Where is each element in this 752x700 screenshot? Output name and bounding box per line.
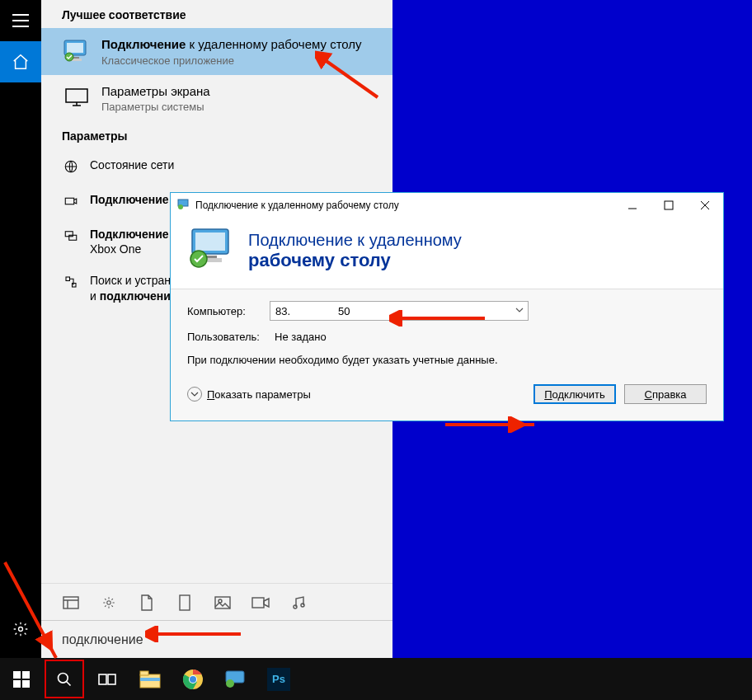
svg-rect-38 [140, 678, 160, 681]
rdp-dialog: Подключение к удаленному рабочему столу … [170, 192, 724, 421]
svg-rect-6 [66, 89, 87, 102]
computer-value-suffix: 50 [338, 305, 350, 317]
result-title: Параметры экрана [101, 83, 379, 100]
globe-icon [62, 157, 80, 176]
connect-button[interactable]: Подключить [533, 384, 616, 404]
result-subtitle: Параметры системы [101, 101, 379, 113]
folders-filter-icon[interactable] [176, 594, 194, 612]
rdp-taskbar[interactable] [214, 658, 257, 700]
svg-rect-25 [195, 233, 225, 251]
show-options-label: ППоказать параметрыоказать параметры [207, 388, 311, 401]
maximize-button[interactable] [651, 193, 687, 218]
rdp-header-line2: рабочему столу [248, 250, 462, 271]
rdp-icon [62, 36, 92, 66]
svg-point-14 [107, 601, 111, 605]
monitor-icon [62, 83, 92, 113]
svg-point-19 [294, 605, 297, 608]
rdp-title-icon [177, 199, 190, 212]
section-params: Параметры [41, 121, 392, 149]
result-title: Состояние сети [90, 157, 379, 172]
settings-gear-icon[interactable] [0, 608, 41, 650]
search-input[interactable] [62, 632, 372, 647]
result-display-settings[interactable]: Параметры экрана Параметры системы [41, 75, 392, 122]
svg-rect-13 [63, 597, 78, 608]
settings-filter-icon[interactable] [100, 594, 118, 612]
svg-rect-18 [252, 598, 264, 608]
svg-point-22 [178, 204, 183, 209]
chrome-taskbar[interactable] [172, 658, 214, 700]
result-rdp-app[interactable]: Подключение к удаленному рабочему столу … [41, 28, 392, 75]
result-title: Подключение к удаленному рабочему столу [101, 36, 379, 53]
credentials-note: При подключении необходимо будет указать… [187, 353, 517, 368]
svg-rect-31 [13, 680, 21, 688]
computer-label: Компьютер: [187, 305, 270, 317]
svg-point-0 [19, 627, 23, 632]
photoshop-taskbar[interactable]: Ps [257, 658, 300, 700]
apps-filter-icon[interactable] [62, 594, 80, 612]
start-left-rail [0, 0, 41, 658]
filter-icon-row [41, 583, 392, 620]
show-options-toggle[interactable]: ППоказать параметрыоказать параметры [187, 387, 311, 402]
svg-rect-29 [13, 671, 21, 679]
stream-icon [62, 227, 80, 245]
home-icon[interactable] [0, 41, 41, 82]
svg-rect-34 [99, 674, 106, 684]
chevron-down-icon[interactable] [515, 305, 524, 315]
user-value: Не задано [270, 331, 327, 343]
svg-rect-23 [665, 201, 673, 209]
svg-point-17 [219, 599, 222, 603]
file-explorer-taskbar[interactable] [129, 658, 172, 700]
user-label: Пользователь: [187, 331, 270, 343]
minimize-button[interactable] [614, 193, 651, 218]
svg-point-20 [301, 604, 304, 607]
search-input-row [41, 620, 392, 658]
rdp-titlebar[interactable]: Подключение к удаленному рабочему столу [171, 193, 723, 218]
svg-point-33 [59, 673, 68, 683]
svg-rect-15 [180, 595, 190, 610]
rdp-header: Подключение к удаленному рабочему столу [171, 218, 723, 289]
chevron-down-circle-icon [187, 387, 202, 402]
close-button[interactable] [687, 193, 723, 218]
videos-filter-icon[interactable] [251, 594, 270, 612]
rdp-header-line1: Подключение к удаленному [248, 231, 462, 250]
start-button[interactable] [0, 658, 43, 700]
taskbar: Ps [0, 658, 752, 700]
result-subtitle: Классическое приложение [101, 54, 379, 67]
computer-value-prefix: 83. [275, 305, 290, 317]
hamburger-icon[interactable] [0, 0, 41, 41]
svg-rect-35 [108, 674, 115, 684]
network-icon [62, 273, 80, 291]
section-best-match: Лучшее соответствие [41, 0, 392, 28]
help-button[interactable]: Справка [624, 384, 707, 404]
photos-filter-icon[interactable] [214, 594, 232, 612]
projector-icon [62, 192, 80, 210]
svg-rect-30 [22, 671, 30, 679]
rdp-body: Компьютер: 83. 50 Пользователь: Не задан… [171, 289, 723, 420]
computer-combobox[interactable]: 83. 50 [270, 301, 529, 321]
search-taskbar-button[interactable] [43, 658, 86, 700]
svg-rect-8 [65, 198, 74, 204]
svg-rect-11 [66, 277, 70, 281]
svg-rect-2 [67, 43, 83, 53]
documents-filter-icon[interactable] [138, 594, 156, 612]
svg-rect-37 [140, 671, 148, 675]
svg-point-41 [190, 676, 196, 683]
music-filter-icon[interactable] [289, 594, 308, 612]
task-view-button[interactable] [86, 658, 129, 700]
svg-rect-32 [22, 680, 30, 688]
svg-point-43 [226, 679, 234, 688]
rdp-title-text: Подключение к удаленному рабочему столу [195, 200, 614, 211]
result-network-status[interactable]: Состояние сети [41, 149, 392, 184]
rdp-large-icon [187, 226, 237, 275]
svg-rect-12 [73, 284, 77, 288]
